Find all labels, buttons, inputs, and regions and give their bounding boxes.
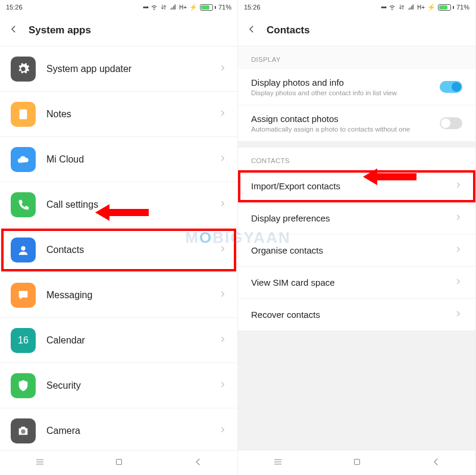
list-item-security[interactable]: Security [0,363,237,408]
list-item-label: Mi Cloud [46,154,218,165]
setting-subtitle: Display photos and other contact info in… [251,89,440,96]
status-time: 15:26 [244,4,261,11]
nav-back-button[interactable] [193,457,203,470]
setting-title: Display photos and info [251,77,440,88]
phone-icon [11,192,36,217]
svg-marker-7 [363,168,416,185]
nav-home-button[interactable] [352,457,362,470]
menu-icon [273,457,283,467]
list-item-mi-cloud[interactable]: Mi Cloud [0,137,237,182]
settings-row[interactable]: Assign contact photosAutomatically assig… [238,105,475,142]
setting-title: Import/Export contacts [251,181,454,191]
app-list: System app updaterNotesMi CloudCall sett… [0,46,237,475]
setting-title: Assign contact photos [251,114,440,124]
list-item-label: Contacts [46,245,218,255]
data-up-down-icon [398,4,405,11]
charging-icon: ⚡ [427,4,436,11]
display-settings-list: Display photos and infoDisplay photos an… [238,69,475,142]
phone-left: 15:26 ••• H+ ⚡ 71% System apps System ap… [0,0,238,475]
settings-row[interactable]: Recover contacts [238,299,475,331]
chevron-right-icon [454,310,462,320]
chevron-right-icon [454,277,462,288]
page-title: System apps [29,24,91,36]
chevron-right-icon [454,181,462,192]
settings-row[interactable]: Display photos and infoDisplay photos an… [238,69,475,105]
menu-icon [35,457,45,467]
calendar-icon: 16 [11,328,36,353]
square-icon [352,457,362,467]
list-item-label: System app updater [46,64,218,74]
battery-pct: 71% [456,4,469,11]
battery-icon [200,4,216,11]
list-item-contacts[interactable]: Contacts [0,227,237,273]
svg-rect-6 [116,459,121,464]
camera-icon [11,418,36,443]
list-item-messaging[interactable]: Messaging [0,273,237,318]
settings-row[interactable]: View SIM card space [238,267,475,299]
svg-point-2 [21,429,25,433]
chevron-left-icon [193,457,203,467]
nav-menu-button[interactable] [35,457,45,470]
wifi-icon [151,4,158,11]
section-label-contacts: CONTACTS [238,148,475,170]
chevron-left-icon [8,24,19,35]
list-item-label: Calendar [46,335,218,346]
page-title: Contacts [267,24,310,36]
signal-icon [170,4,177,11]
wifi-icon [389,4,396,11]
chevron-left-icon [246,24,257,35]
list-item-camera[interactable]: Camera [0,408,237,454]
setting-title: Recover contacts [251,310,454,320]
contacts-settings-list: Import/Export contactsDisplay preference… [238,170,475,331]
list-item-system-app-updater[interactable]: System app updater [0,46,237,92]
nav-menu-button[interactable] [273,457,283,470]
highlight-arrow [363,166,416,188]
status-time: 15:26 [6,4,23,11]
setting-title: Display preferences [251,213,454,223]
status-bar: 15:26 ••• H+ ⚡ 71% [238,0,475,14]
settings-row[interactable]: Organise contacts [238,235,475,267]
svg-rect-8 [354,459,359,464]
nav-back-button[interactable] [431,457,441,470]
battery-pct: 71% [218,4,231,11]
empty-area [238,331,475,462]
settings-row[interactable]: Display preferences [238,202,475,235]
section-label-display: DISPLAY [238,46,475,69]
chevron-left-icon [431,457,441,467]
message-icon [11,283,36,308]
nav-home-button[interactable] [114,457,124,470]
nav-bar [238,450,475,475]
notes-icon [11,102,36,127]
more-icon: ••• [381,4,386,11]
toggle-switch[interactable] [440,117,462,129]
data-up-down-icon [160,4,167,11]
settings-row[interactable]: Import/Export contacts [238,170,475,202]
chevron-right-icon [218,154,227,165]
status-bar: 15:26 ••• H+ ⚡ 71% [0,0,237,14]
battery-icon [438,4,454,11]
status-icons: ••• H+ ⚡ 71% [143,4,231,11]
chevron-right-icon [218,426,227,436]
network-type: H+ [417,4,425,11]
header: System apps [0,14,237,46]
status-icons: ••• H+ ⚡ 71% [381,4,469,11]
highlight-arrow [95,202,149,223]
list-item-label: Messaging [46,290,218,301]
list-item-label: Camera [46,426,218,436]
setting-subtitle: Automatically assign a photo to contacts… [251,126,440,133]
chevron-right-icon [218,109,227,120]
chevron-right-icon [218,290,227,301]
nav-bar [0,450,237,475]
back-button[interactable] [246,24,257,37]
toggle-switch[interactable] [440,81,462,93]
more-icon: ••• [143,4,148,11]
cloud-icon [11,147,36,172]
list-item-calendar[interactable]: 16Calendar [0,318,237,363]
gear-icon [11,57,36,82]
phone-right: 15:26 ••• H+ ⚡ 71% Contacts DISPLAY D [238,0,476,475]
header: Contacts [238,14,475,46]
chevron-right-icon [454,213,462,224]
chevron-right-icon [218,380,227,391]
list-item-notes[interactable]: Notes [0,92,237,137]
back-button[interactable] [8,24,19,37]
